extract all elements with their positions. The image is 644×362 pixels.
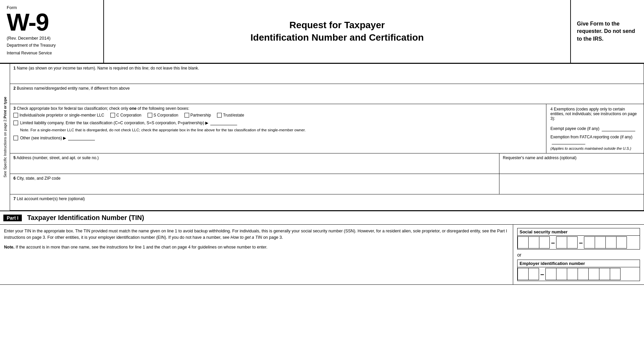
- ssn-box-5[interactable]: [567, 236, 578, 248]
- ssn-sep1: –: [550, 236, 556, 248]
- addr-row-6: 6 City, state, and ZIP code: [10, 174, 644, 194]
- ssn-box-8[interactable]: [605, 236, 616, 248]
- field-5-label: 5 Address (number, street, and apt. or s…: [13, 155, 496, 160]
- ein-box-7[interactable]: [588, 268, 599, 280]
- form-fields: 1 Name (as shown on your income tax retu…: [10, 64, 644, 211]
- cb-partnership-label: Partnership: [191, 113, 211, 118]
- field-2-label: 2 Business name/disregarded entity name,…: [13, 86, 640, 91]
- llc-row: Limited liability company. Enter the tax…: [13, 120, 543, 125]
- note-row: Note. For a single-member LLC that is di…: [13, 127, 543, 133]
- cb-individual[interactable]: Individual/sole proprietor or single-mem…: [13, 113, 104, 118]
- checkbox-partnership-box[interactable]: [184, 113, 189, 118]
- cb-partnership[interactable]: Partnership: [184, 113, 211, 118]
- other-row: Other (see instructions) ▶: [13, 135, 543, 140]
- field-3-label: 3 Check appropriate box for federal tax …: [13, 106, 543, 111]
- ein-box-1[interactable]: [518, 268, 528, 280]
- ssn-box-9[interactable]: [616, 236, 627, 248]
- fatca-note: (Applies to accounts maintained outside …: [550, 146, 640, 150]
- ein-sep1: –: [539, 268, 545, 280]
- checkbox-scorp-box[interactable]: [148, 113, 152, 118]
- ein-box-4[interactable]: [556, 268, 567, 280]
- give-form-text: Give Form to the requester. Do not send …: [577, 20, 638, 43]
- cb-scorp-label: S Corporation: [154, 113, 178, 118]
- header-center: Request for Taxpayer Identification Numb…: [104, 0, 570, 63]
- part1-header: Part I Taxpayer Identification Number (T…: [0, 211, 644, 225]
- ein-box-5[interactable]: [567, 268, 578, 280]
- field-1: 1 Name (as shown on your income tax retu…: [10, 64, 644, 84]
- part1-body: Enter your TIN in the appropriate box. T…: [0, 225, 644, 285]
- ssn-box-1[interactable]: [518, 236, 528, 248]
- part1-note: Note. If the account is in more than one…: [4, 244, 509, 251]
- note-label: Note.: [20, 128, 30, 132]
- form-dept2: Internal Revenue Service: [7, 50, 97, 56]
- checkbox-ccorp-box[interactable]: [110, 113, 115, 118]
- cb-ccorp[interactable]: C Corporation: [110, 113, 142, 118]
- field-2: 2 Business name/disregarded entity name,…: [10, 84, 644, 104]
- ssn-box-3[interactable]: [539, 236, 550, 248]
- checkboxes-row: Individual/sole proprietor or single-mem…: [13, 113, 543, 118]
- exempt-payee: Exempt payee code (if any): [550, 126, 640, 131]
- ssn-box-7[interactable]: [595, 236, 605, 248]
- field-7: 7 List account number(s) here (optional): [10, 194, 644, 211]
- sidebar: Print or type See Specific Instructions …: [0, 64, 10, 211]
- ein-box-3[interactable]: [545, 268, 556, 280]
- form-body: Print or type See Specific Instructions …: [0, 64, 644, 211]
- llc-text: Limited liability company. Enter the tax…: [20, 121, 208, 125]
- ssn-box-4[interactable]: [556, 236, 567, 248]
- ein-box-6[interactable]: [578, 268, 588, 280]
- checkbox-llc-box[interactable]: [13, 121, 18, 125]
- cb-individual-label: Individual/sole proprietor or single-mem…: [19, 113, 104, 118]
- ein-group1: [518, 268, 539, 280]
- form-container: Form W-9 (Rev. December 2014) Department…: [0, 0, 644, 285]
- ssn-group1: [518, 236, 550, 248]
- cb-trust[interactable]: Trust/estate: [217, 113, 244, 118]
- field-4-label: 4 Exemptions (codes apply only to certai…: [550, 107, 640, 121]
- ein-box-9[interactable]: [610, 268, 621, 280]
- field-6: 6 City, state, and ZIP code: [10, 174, 499, 194]
- requester-addr-space: [499, 174, 644, 194]
- cb-ccorp-label: C Corporation: [116, 113, 142, 118]
- or-text: or: [517, 252, 640, 258]
- form-dept1: Department of the Treasury: [7, 43, 97, 48]
- ein-label: Employer identification number: [518, 260, 640, 267]
- checkbox-trust-box[interactable]: [217, 113, 222, 118]
- sidebar-top: Print or type: [3, 97, 7, 119]
- form-rev: (Rev. December 2014): [7, 36, 97, 41]
- requester-field: Requester's name and address (optional): [499, 153, 644, 174]
- checkbox-individual-box[interactable]: [13, 113, 18, 118]
- ssn-boxes-row: – –: [518, 236, 640, 249]
- requester-label: Requester's name and address (optional): [503, 155, 640, 160]
- ein-group2: [545, 268, 621, 280]
- part1-badge: Part I: [3, 215, 22, 221]
- checkbox-other-box[interactable]: [13, 136, 18, 140]
- field-7-label: 7 List account number(s) here (optional): [13, 196, 640, 201]
- ssn-group3: [584, 236, 627, 248]
- row3-container: 3 Check appropriate box for federal tax …: [10, 104, 644, 153]
- ssn-group2: [556, 236, 578, 248]
- cb-scorp[interactable]: S Corporation: [148, 113, 178, 118]
- sidebar-bottom: See Specific Instructions on page 2.: [3, 119, 7, 178]
- field-4: 4 Exemptions (codes apply only to certai…: [546, 104, 644, 153]
- ein-box-8[interactable]: [599, 268, 610, 280]
- form-number: W-9: [7, 10, 97, 34]
- other-text: Other (see instructions) ▶: [20, 136, 66, 140]
- field-6-label: 6 City, state, and ZIP code: [13, 176, 496, 181]
- ssn-section: Social security number – –: [517, 228, 640, 250]
- ssn-sep2: –: [578, 236, 584, 248]
- form-title: Request for Taxpayer Identification Numb…: [251, 19, 424, 44]
- header-right: Give Form to the requester. Do not send …: [570, 0, 644, 63]
- field-3: 3 Check appropriate box for federal tax …: [10, 104, 546, 153]
- fatca-row: Exemption from FATCA reporting code (if …: [550, 135, 640, 144]
- field-1-label: 1 Name (as shown on your income tax retu…: [13, 66, 640, 71]
- ssn-box-2[interactable]: [528, 236, 539, 248]
- field-5: 5 Address (number, street, and apt. or s…: [10, 153, 499, 174]
- part1-description: Enter your TIN in the appropriate box. T…: [0, 225, 513, 284]
- ein-box-2[interactable]: [528, 268, 539, 280]
- part1-desc-text: Enter your TIN in the appropriate box. T…: [4, 228, 509, 241]
- note-text: For a single-member LLC that is disregar…: [31, 128, 306, 132]
- form-header: Form W-9 (Rev. December 2014) Department…: [0, 0, 644, 64]
- ssn-box-6[interactable]: [584, 236, 595, 248]
- header-left: Form W-9 (Rev. December 2014) Department…: [0, 0, 104, 63]
- cb-trust-label: Trust/estate: [223, 113, 244, 118]
- ssn-label: Social security number: [518, 228, 640, 236]
